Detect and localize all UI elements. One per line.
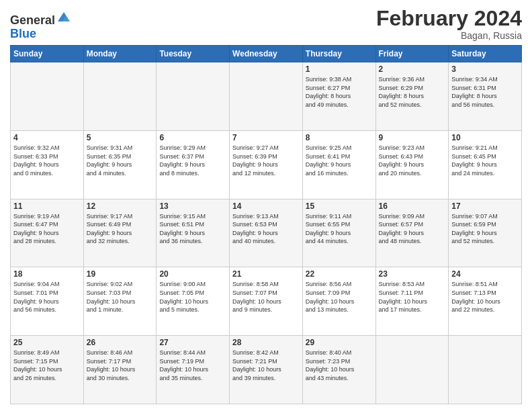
day-number: 9 [379, 133, 446, 142]
day-number: 7 [232, 133, 300, 142]
day-info: Sunrise: 9:25 AM Sunset: 6:41 PM Dayligh… [306, 144, 373, 177]
calendar-day-cell: 25Sunrise: 8:49 AM Sunset: 7:15 PM Dayli… [11, 336, 84, 404]
day-info: Sunrise: 8:58 AM Sunset: 7:07 PM Dayligh… [232, 280, 300, 314]
logo-icon [56, 9, 71, 24]
day-info: Sunrise: 9:34 AM Sunset: 6:31 PM Dayligh… [451, 75, 519, 109]
day-info: Sunrise: 8:44 AM Sunset: 7:19 PM Dayligh… [159, 349, 226, 382]
day-number: 2 [379, 64, 446, 74]
day-info: Sunrise: 9:07 AM Sunset: 6:59 PM Dayligh… [451, 212, 519, 246]
day-of-week-header: Tuesday [157, 46, 230, 62]
calendar-day-cell: 11Sunrise: 9:19 AM Sunset: 6:47 PM Dayli… [11, 199, 84, 267]
day-number: 28 [232, 338, 300, 347]
day-info: Sunrise: 8:53 AM Sunset: 7:11 PM Dayligh… [379, 280, 446, 314]
calendar-day-cell: 2Sunrise: 9:36 AM Sunset: 6:29 PM Daylig… [375, 62, 449, 131]
calendar-day-cell: 20Sunrise: 9:00 AM Sunset: 7:05 PM Dayli… [157, 267, 230, 336]
month-year-title: February 2024 [376, 7, 522, 30]
day-info: Sunrise: 9:29 AM Sunset: 6:37 PM Dayligh… [159, 144, 226, 177]
calendar-day-cell: 14Sunrise: 9:13 AM Sunset: 6:53 PM Dayli… [230, 199, 303, 267]
calendar-empty-cell [449, 336, 522, 404]
day-info: Sunrise: 9:15 AM Sunset: 6:51 PM Dayligh… [159, 212, 226, 246]
day-number: 8 [306, 133, 373, 142]
calendar-day-cell: 1Sunrise: 9:38 AM Sunset: 6:27 PM Daylig… [302, 62, 375, 131]
day-info: Sunrise: 8:42 AM Sunset: 7:21 PM Dayligh… [232, 349, 300, 382]
day-number: 21 [232, 269, 300, 279]
day-info: Sunrise: 9:00 AM Sunset: 7:05 PM Dayligh… [159, 280, 226, 314]
day-number: 16 [379, 201, 446, 211]
day-number: 6 [159, 133, 226, 142]
day-number: 19 [87, 269, 154, 279]
day-number: 22 [306, 269, 373, 279]
calendar-day-cell: 9Sunrise: 9:23 AM Sunset: 6:43 PM Daylig… [375, 130, 449, 199]
day-of-week-header: Friday [375, 46, 449, 62]
day-info: Sunrise: 9:13 AM Sunset: 6:53 PM Dayligh… [232, 212, 300, 246]
calendar-day-cell: 3Sunrise: 9:34 AM Sunset: 6:31 PM Daylig… [449, 62, 522, 131]
calendar-empty-cell [157, 62, 230, 131]
calendar-day-cell: 29Sunrise: 8:40 AM Sunset: 7:23 PM Dayli… [302, 336, 375, 404]
calendar-day-cell: 13Sunrise: 9:15 AM Sunset: 6:51 PM Dayli… [157, 199, 230, 267]
day-of-week-header: Saturday [449, 46, 522, 62]
day-info: Sunrise: 8:49 AM Sunset: 7:15 PM Dayligh… [13, 349, 81, 382]
calendar-day-cell: 27Sunrise: 8:44 AM Sunset: 7:19 PM Dayli… [157, 336, 230, 404]
calendar-table: SundayMondayTuesdayWednesdayThursdayFrid… [10, 45, 522, 404]
calendar-day-cell: 5Sunrise: 9:31 AM Sunset: 6:35 PM Daylig… [83, 130, 157, 199]
calendar-day-cell: 10Sunrise: 9:21 AM Sunset: 6:45 PM Dayli… [449, 130, 522, 199]
day-info: Sunrise: 9:32 AM Sunset: 6:33 PM Dayligh… [13, 144, 81, 177]
page: General Blue February 2024 Bagan, Russia… [0, 0, 532, 411]
calendar-day-cell: 26Sunrise: 8:46 AM Sunset: 7:17 PM Dayli… [83, 336, 157, 404]
calendar-header-row: SundayMondayTuesdayWednesdayThursdayFrid… [11, 46, 522, 62]
day-info: Sunrise: 8:56 AM Sunset: 7:09 PM Dayligh… [306, 280, 373, 314]
calendar-day-cell: 4Sunrise: 9:32 AM Sunset: 6:33 PM Daylig… [11, 130, 84, 199]
day-number: 12 [87, 201, 154, 211]
day-info: Sunrise: 9:27 AM Sunset: 6:39 PM Dayligh… [232, 144, 300, 177]
calendar-day-cell: 21Sunrise: 8:58 AM Sunset: 7:07 PM Dayli… [230, 267, 303, 336]
day-info: Sunrise: 9:19 AM Sunset: 6:47 PM Dayligh… [13, 212, 81, 246]
day-number: 10 [451, 133, 519, 142]
day-info: Sunrise: 9:31 AM Sunset: 6:35 PM Dayligh… [87, 144, 154, 177]
day-info: Sunrise: 9:09 AM Sunset: 6:57 PM Dayligh… [379, 212, 446, 246]
calendar-day-cell: 18Sunrise: 9:04 AM Sunset: 7:01 PM Dayli… [11, 267, 84, 336]
day-info: Sunrise: 9:38 AM Sunset: 6:27 PM Dayligh… [306, 75, 373, 109]
calendar-day-cell: 28Sunrise: 8:42 AM Sunset: 7:21 PM Dayli… [230, 336, 303, 404]
day-number: 15 [306, 201, 373, 211]
day-of-week-header: Monday [83, 46, 157, 62]
calendar-day-cell: 23Sunrise: 8:53 AM Sunset: 7:11 PM Dayli… [375, 267, 449, 336]
day-info: Sunrise: 8:40 AM Sunset: 7:23 PM Dayligh… [306, 349, 373, 382]
day-of-week-header: Thursday [302, 46, 375, 62]
day-number: 27 [159, 338, 226, 347]
day-info: Sunrise: 9:17 AM Sunset: 6:49 PM Dayligh… [87, 212, 154, 246]
calendar-week-row: 25Sunrise: 8:49 AM Sunset: 7:15 PM Dayli… [11, 336, 522, 404]
calendar-empty-cell [375, 336, 449, 404]
day-number: 18 [13, 269, 81, 279]
logo-blue-text: Blue [10, 27, 36, 40]
calendar-day-cell: 16Sunrise: 9:09 AM Sunset: 6:57 PM Dayli… [375, 199, 449, 267]
location-title: Bagan, Russia [376, 30, 522, 41]
day-of-week-header: Sunday [11, 46, 84, 62]
calendar-empty-cell [11, 62, 84, 131]
calendar-week-row: 1Sunrise: 9:38 AM Sunset: 6:27 PM Daylig… [11, 62, 522, 131]
calendar-empty-cell [230, 62, 303, 131]
day-number: 24 [451, 269, 519, 279]
day-info: Sunrise: 8:51 AM Sunset: 7:13 PM Dayligh… [451, 280, 519, 314]
title-block: February 2024 Bagan, Russia [376, 7, 522, 41]
logo: General Blue [10, 9, 71, 41]
logo-general-text: General [10, 13, 55, 27]
day-info: Sunrise: 9:36 AM Sunset: 6:29 PM Dayligh… [379, 75, 446, 109]
day-number: 25 [13, 338, 81, 347]
calendar-day-cell: 22Sunrise: 8:56 AM Sunset: 7:09 PM Dayli… [302, 267, 375, 336]
day-number: 26 [87, 338, 154, 347]
calendar-day-cell: 15Sunrise: 9:11 AM Sunset: 6:55 PM Dayli… [302, 199, 375, 267]
calendar-day-cell: 8Sunrise: 9:25 AM Sunset: 6:41 PM Daylig… [302, 130, 375, 199]
day-info: Sunrise: 9:04 AM Sunset: 7:01 PM Dayligh… [13, 280, 81, 314]
calendar-day-cell: 17Sunrise: 9:07 AM Sunset: 6:59 PM Dayli… [449, 199, 522, 267]
header: General Blue February 2024 Bagan, Russia [10, 7, 522, 41]
day-number: 4 [13, 133, 81, 142]
calendar-week-row: 4Sunrise: 9:32 AM Sunset: 6:33 PM Daylig… [11, 130, 522, 199]
day-number: 5 [87, 133, 154, 142]
calendar-day-cell: 7Sunrise: 9:27 AM Sunset: 6:39 PM Daylig… [230, 130, 303, 199]
day-number: 14 [232, 201, 300, 211]
calendar-week-row: 18Sunrise: 9:04 AM Sunset: 7:01 PM Dayli… [11, 267, 522, 336]
day-number: 29 [306, 338, 373, 347]
day-number: 11 [13, 201, 81, 211]
calendar-day-cell: 12Sunrise: 9:17 AM Sunset: 6:49 PM Dayli… [83, 199, 157, 267]
day-number: 23 [379, 269, 446, 279]
